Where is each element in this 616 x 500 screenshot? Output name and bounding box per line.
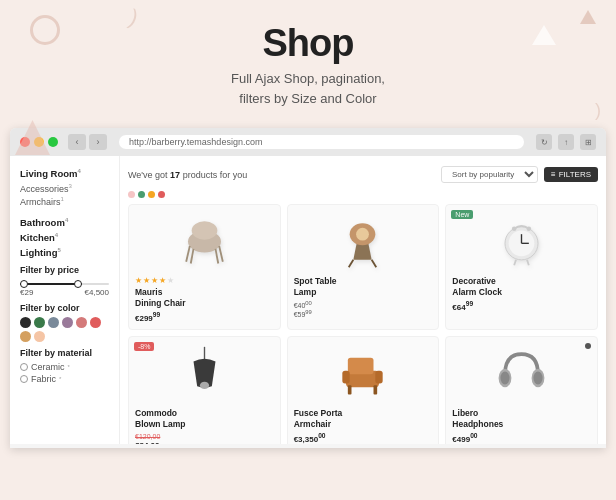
lighting-category[interactable]: Lighting5 [20, 247, 109, 258]
product-name: MaurisDining Chair [135, 287, 274, 309]
product-image-area [135, 211, 274, 271]
active-filter-green[interactable] [138, 191, 145, 198]
color-filter-title: Filter by color [20, 303, 109, 313]
headphones-image [494, 345, 549, 400]
filters-button[interactable]: ≡ FILTERS [544, 167, 598, 182]
swatch-black[interactable] [20, 317, 31, 328]
star-5: ★ [167, 276, 174, 285]
fabric-option[interactable]: Fabric* [20, 374, 109, 384]
product-card-blown-lamp[interactable]: -8% CommodoBlown Lamp €120,00 [128, 336, 281, 444]
product-price-armchair: €3,35000 [294, 432, 433, 444]
share-button[interactable]: ↑ [558, 134, 574, 150]
forward-button[interactable]: › [89, 134, 107, 150]
svg-line-4 [191, 248, 194, 263]
minimize-dot[interactable] [34, 137, 44, 147]
svg-rect-22 [348, 358, 374, 375]
ceramic-option[interactable]: Ceramic* [20, 362, 109, 372]
svg-point-28 [501, 372, 510, 385]
bathroom-category[interactable]: Bathroom4 [20, 217, 109, 228]
browser-content: Living Room4 Accessories3 Armchairs1 Bat… [10, 156, 606, 444]
svg-point-16 [527, 226, 532, 231]
swatch-peach[interactable] [34, 331, 45, 342]
shop-sidebar: Living Room4 Accessories3 Armchairs1 Bat… [10, 156, 120, 444]
product-image-area-lamp [294, 211, 433, 271]
active-color-filters [128, 191, 598, 198]
product-image-area-blown-lamp [135, 343, 274, 403]
armchairs-item[interactable]: Armchairs1 [20, 196, 109, 207]
browser-dots [20, 137, 58, 147]
product-grid: ★ ★ ★ ★ ★ MaurisDining Chair €29999 [128, 204, 598, 444]
kitchen-category[interactable]: Kitchen4 [20, 232, 109, 243]
main-header-controls: Sort by popularity ≡ FILTERS [441, 166, 598, 183]
product-card-lamp[interactable]: Spot TableLamp €4000 €5999 [287, 204, 440, 330]
product-image-area-clock [452, 211, 591, 271]
star-2: ★ [143, 276, 150, 285]
swatch-pink[interactable] [76, 317, 87, 328]
fabric-radio[interactable] [20, 375, 28, 383]
svg-line-18 [527, 259, 529, 265]
hero-subtitle: Full Ajax Shop, pagination, filters by S… [0, 69, 616, 108]
svg-point-20 [200, 382, 209, 389]
bookmark-button[interactable]: ⊞ [580, 134, 596, 150]
svg-line-5 [215, 248, 218, 263]
product-name-armchair: Fusce PortaArmchair [294, 408, 433, 430]
products-count: We've got 17 products for you [128, 170, 247, 180]
svg-rect-26 [374, 386, 378, 395]
svg-line-2 [186, 246, 190, 262]
browser-mockup: ‹ › http://barberry.temashdesign.com ↻ ↑… [10, 128, 606, 448]
product-name-headphones: LiberoHeadphones [452, 408, 591, 430]
swatch-green[interactable] [34, 317, 45, 328]
svg-point-1 [191, 221, 217, 239]
product-price: €29999 [135, 311, 274, 323]
filter-icon: ≡ [551, 170, 556, 179]
price-range-slider[interactable]: €29 €4,500 [20, 283, 109, 297]
living-room-category[interactable]: Living Room4 [20, 168, 109, 179]
product-card-armchair[interactable]: Fusce PortaArmchair €3,35000 [287, 336, 440, 444]
lamp-image [335, 214, 390, 269]
accessories-item[interactable]: Accessories3 [20, 183, 109, 194]
sort-dropdown[interactable]: Sort by popularity [441, 166, 538, 183]
material-filter-title: Filter by material [20, 348, 109, 358]
star-3: ★ [151, 276, 158, 285]
svg-line-10 [372, 259, 377, 266]
armchair-image [335, 345, 390, 400]
maximize-dot[interactable] [48, 137, 58, 147]
active-filter-red[interactable] [158, 191, 165, 198]
product-name-blown-lamp: CommodoBlown Lamp [135, 408, 274, 430]
product-name-clock: DecorativeAlarm Clock [452, 276, 591, 298]
svg-rect-23 [343, 371, 350, 384]
svg-line-3 [219, 246, 223, 262]
product-card-clock[interactable]: New [445, 204, 598, 330]
star-1: ★ [135, 276, 142, 285]
browser-nav: ‹ › [68, 134, 107, 150]
main-content: We've got 17 products for you Sort by po… [120, 156, 606, 444]
chair-image [177, 214, 232, 269]
price-filter-title: Filter by price [20, 265, 109, 275]
browser-toolbar: ‹ › http://barberry.temashdesign.com ↻ ↑… [10, 128, 606, 156]
svg-point-15 [512, 226, 517, 231]
swatch-tan[interactable] [20, 331, 31, 342]
product-price-blown-lamp: €120,00 €84,00 [135, 432, 274, 444]
clock-image [494, 214, 549, 269]
back-button[interactable]: ‹ [68, 134, 86, 150]
swatch-purple[interactable] [62, 317, 73, 328]
swatch-blue-gray[interactable] [48, 317, 59, 328]
svg-point-8 [357, 227, 370, 240]
product-card-chair[interactable]: ★ ★ ★ ★ ★ MaurisDining Chair €29999 [128, 204, 281, 330]
svg-line-17 [514, 259, 516, 265]
product-stars: ★ ★ ★ ★ ★ [135, 276, 274, 285]
active-filter-orange[interactable] [148, 191, 155, 198]
svg-point-30 [534, 372, 543, 385]
close-dot[interactable] [20, 137, 30, 147]
main-header: We've got 17 products for you Sort by po… [128, 166, 598, 183]
swatch-red[interactable] [90, 317, 101, 328]
active-filter-pink[interactable] [128, 191, 135, 198]
ceramic-radio[interactable] [20, 363, 28, 371]
refresh-button[interactable]: ↻ [536, 134, 552, 150]
product-image-area-armchair [294, 343, 433, 403]
product-price-lamp: €4000 €5999 [294, 300, 433, 319]
url-bar[interactable]: http://barberry.temashdesign.com [119, 135, 524, 149]
hero-section: Shop Full Ajax Shop, pagination, filters… [0, 0, 616, 118]
product-card-headphones[interactable]: LiberoHeadphones €49900 [445, 336, 598, 444]
svg-rect-25 [348, 386, 352, 395]
